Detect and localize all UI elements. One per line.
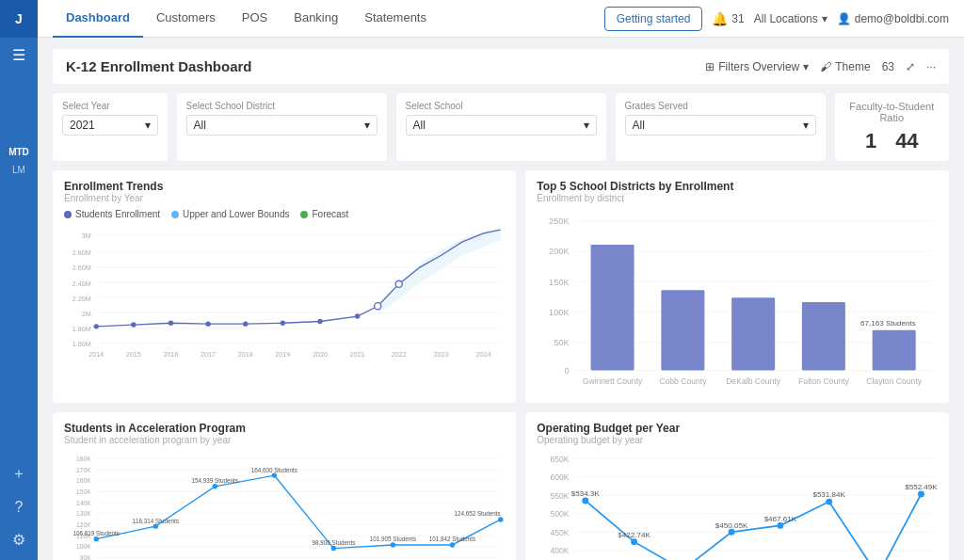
- svg-text:106,819 Students: 106,819 Students: [73, 530, 120, 536]
- school-label: Select School: [406, 101, 597, 111]
- svg-text:0: 0: [565, 366, 570, 376]
- sidebar-lm[interactable]: LM: [12, 165, 25, 175]
- bell-icon: 🔔: [712, 11, 728, 26]
- theme-number: 63: [882, 60, 894, 73]
- sidebar-bottom-icons: ＋ ? ⚙: [11, 464, 26, 560]
- enrollment-trends-subtitle: Enrollment by Year: [64, 193, 505, 203]
- ratio-values: 1 44: [844, 129, 940, 153]
- svg-text:Fulton County: Fulton County: [798, 376, 849, 386]
- school-filter: Select School All ▾: [396, 93, 606, 161]
- district-filter: Select School District All ▾: [177, 93, 387, 161]
- svg-text:140K: 140K: [76, 499, 91, 505]
- svg-text:2021: 2021: [350, 350, 365, 359]
- chevron-down-icon: ▾: [584, 119, 589, 132]
- svg-point-19: [169, 321, 173, 326]
- svg-text:130K: 130K: [76, 510, 91, 517]
- svg-text:98,806 Students: 98,806 Students: [312, 539, 355, 546]
- chevron-down-icon: ▾: [803, 60, 809, 73]
- svg-rect-52: [731, 297, 775, 370]
- sidebar-logo[interactable]: J: [0, 0, 38, 38]
- svg-text:2014: 2014: [88, 350, 104, 359]
- legend-dot-green: [300, 211, 308, 218]
- theme-button[interactable]: 🖌 Theme: [820, 60, 870, 73]
- help-icon[interactable]: ?: [15, 499, 24, 516]
- locations-dropdown[interactable]: All Locations ▾: [754, 12, 827, 25]
- top5-districts-card: Top 5 School Districts by Enrollment Enr…: [525, 170, 949, 403]
- svg-point-18: [131, 322, 136, 327]
- svg-text:$467.61K: $467.61K: [764, 514, 797, 522]
- svg-text:67,163 Students: 67,163 Students: [860, 319, 916, 328]
- svg-text:3M: 3M: [82, 232, 91, 240]
- enrollment-trends-title: Enrollment Trends: [64, 180, 505, 193]
- svg-text:450K: 450K: [551, 527, 570, 536]
- svg-point-25: [375, 303, 381, 310]
- svg-point-23: [317, 319, 322, 324]
- plus-icon[interactable]: ＋: [11, 464, 26, 484]
- svg-text:150K: 150K: [549, 278, 570, 287]
- svg-text:164,600 Students: 164,600 Students: [251, 466, 297, 472]
- svg-point-89: [450, 542, 455, 547]
- legend-dot-blue: [64, 211, 72, 218]
- hamburger-button[interactable]: ☰: [0, 38, 38, 72]
- svg-text:154,939 Students: 154,939 Students: [192, 477, 238, 484]
- svg-text:2017: 2017: [201, 350, 216, 359]
- ratio-value2: 44: [895, 129, 918, 153]
- svg-text:90K: 90K: [80, 554, 92, 560]
- svg-point-128: [729, 528, 735, 535]
- top5-districts-subtitle: Enrollment by district: [537, 193, 938, 203]
- nav-banking[interactable]: Banking: [281, 0, 351, 38]
- svg-text:550K: 550K: [551, 490, 570, 500]
- top5-districts-svg: 250K 200K 150K 100K 50K 0: [537, 209, 938, 393]
- svg-point-126: [631, 538, 637, 545]
- nav-pos[interactable]: POS: [229, 0, 281, 38]
- more-icon: ···: [926, 60, 936, 73]
- svg-point-83: [94, 536, 99, 541]
- svg-point-86: [272, 472, 277, 477]
- nav-customers[interactable]: Customers: [143, 0, 229, 38]
- budget-subtitle: Operating budget by year: [537, 435, 938, 445]
- chevron-down-icon: ▾: [822, 12, 827, 25]
- svg-point-132: [918, 490, 924, 497]
- school-select[interactable]: All ▾: [406, 115, 597, 136]
- svg-text:124,652 Students: 124,652 Students: [454, 510, 500, 517]
- more-button[interactable]: ···: [926, 60, 936, 73]
- svg-point-84: [153, 523, 158, 528]
- user-menu[interactable]: 👤 demo@boldbi.com: [837, 12, 949, 25]
- getting-started-button[interactable]: Getting started: [604, 7, 703, 31]
- legend-students-enrollment: Students Enrollment: [64, 209, 160, 219]
- main-area: Dashboard Customers POS Banking Statemen…: [38, 0, 964, 560]
- svg-text:2019: 2019: [275, 350, 290, 359]
- expand-icon: ⤢: [906, 60, 915, 73]
- expand-button[interactable]: ⤢: [906, 60, 915, 73]
- svg-point-130: [826, 498, 832, 504]
- svg-point-22: [281, 321, 285, 326]
- chevron-down-icon: ▾: [364, 119, 370, 132]
- sidebar-mtd[interactable]: MTD: [8, 147, 29, 157]
- svg-text:$552.49K: $552.49K: [906, 483, 938, 491]
- svg-text:2.20M: 2.20M: [72, 295, 91, 303]
- nav-statements[interactable]: Statements: [351, 0, 440, 38]
- user-icon: 👤: [837, 12, 851, 25]
- grades-select[interactable]: All ▾: [625, 115, 816, 136]
- budget-title: Operating Budget per Year: [537, 422, 938, 435]
- filters-overview-button[interactable]: ⊞ Filters Overview ▾: [705, 60, 809, 73]
- svg-text:200K: 200K: [549, 247, 570, 256]
- svg-text:2.80M: 2.80M: [72, 248, 91, 257]
- svg-rect-50: [591, 245, 635, 370]
- legend-forecast: Forecast: [300, 209, 348, 219]
- legend-dot-lightblue: [171, 211, 179, 218]
- settings-icon[interactable]: ⚙: [12, 531, 25, 549]
- top-nav: Dashboard Customers POS Banking Statemen…: [38, 0, 964, 38]
- svg-text:600K: 600K: [551, 472, 570, 482]
- svg-text:160K: 160K: [76, 477, 91, 484]
- chevron-down-icon: ▾: [803, 119, 809, 132]
- nav-dashboard[interactable]: Dashboard: [53, 0, 143, 38]
- district-select[interactable]: All ▾: [186, 115, 378, 136]
- svg-point-17: [94, 324, 99, 328]
- notification-badge[interactable]: 🔔 31: [712, 11, 744, 26]
- acceleration-title: Students in Acceleration Program: [64, 422, 505, 435]
- year-select[interactable]: 2021 ▾: [62, 115, 158, 136]
- svg-point-90: [498, 517, 503, 521]
- legend-upper-lower: Upper and Lower Bounds: [171, 209, 289, 219]
- svg-text:150K: 150K: [76, 488, 91, 495]
